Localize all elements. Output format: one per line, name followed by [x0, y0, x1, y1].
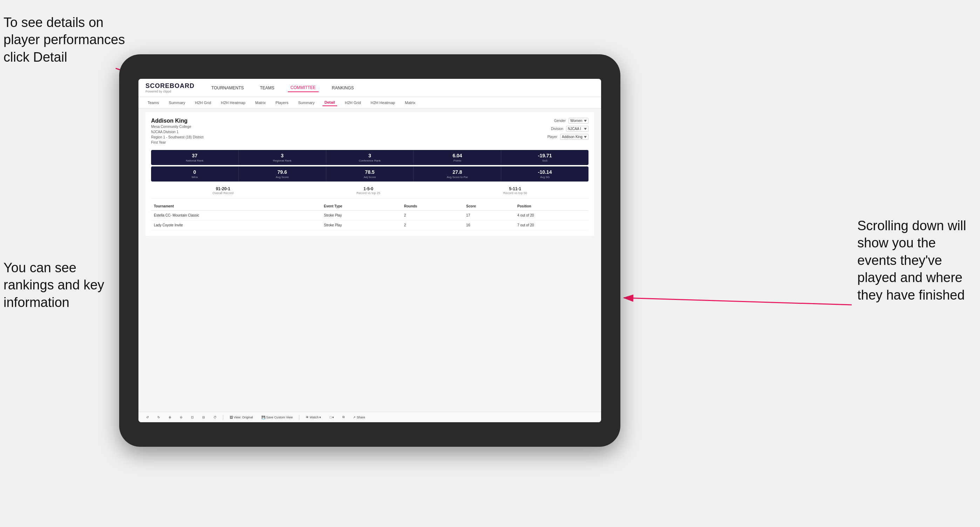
player-region: Region 1 - Southwest (18) District [151, 135, 204, 140]
filter-division-select[interactable]: NJCAA I NJCAA II [566, 126, 589, 132]
sub-nav-teams[interactable]: Teams [145, 100, 161, 106]
logo-text: SCOREBOARD [145, 83, 194, 90]
stats-row-2: 0 Wins 79.6 Avg Score 78.5 Adj Score 27.… [151, 167, 589, 181]
filter-division-row: Division NJCAA I NJCAA II [551, 126, 589, 132]
sub-nav-matrix2[interactable]: Matrix [403, 100, 417, 106]
events-table: Tournament Event Type Rounds Score Posit… [151, 202, 589, 230]
td-score-1: 17 [463, 211, 514, 221]
main-content: Addison King Mesa Community College NJCA… [138, 109, 601, 412]
th-tournament: Tournament [151, 202, 321, 211]
content-inner: Addison King Mesa Community College NJCA… [145, 112, 594, 236]
record-top50-label: Record vs top 50 [503, 191, 527, 195]
nav-tournaments[interactable]: TOURNAMENTS [208, 84, 247, 92]
table-row: Estella CC- Mountain Classic Stroke Play… [151, 211, 589, 221]
record-overall-value: 91-20-1 [212, 186, 234, 191]
stat-wins: 0 Wins [151, 167, 239, 181]
sub-nav-players[interactable]: Players [274, 100, 291, 106]
toolbar-save-custom[interactable]: 💾 Save Custom View [259, 414, 295, 420]
stat-avg-score: 79.6 Avg Score [239, 167, 326, 181]
th-event-type: Event Type [321, 202, 401, 211]
stat-avg-sg-value: -10.14 [505, 169, 585, 175]
record-top50: 5-11-1 Record vs top 50 [503, 186, 527, 195]
stat-adj-score: 78.5 Adj Score [326, 167, 414, 181]
toolbar-view-original[interactable]: 🖼 View: Original [228, 414, 255, 420]
player-year: First Year [151, 140, 204, 145]
player-header: Addison King Mesa Community College NJCA… [151, 118, 589, 145]
top-nav: SCOREBOARD Powered by clippd TOURNAMENTS… [138, 79, 601, 97]
annotation-top-left: To see details on player performances cl… [3, 14, 126, 66]
filter-gender-select[interactable]: Women Men [568, 118, 589, 124]
stat-conference-rank: 3 Conference Rank [326, 150, 414, 165]
stat-national-rank-label: National Rank [154, 159, 235, 162]
stat-avg-score-label: Avg Score [242, 176, 323, 179]
stat-avg-par-label: Avg Score to Par [417, 176, 497, 179]
sub-nav-summary2[interactable]: Summary [296, 100, 317, 106]
toolbar-zoom-out[interactable]: ⊖ [178, 414, 185, 420]
td-position-1: 4 out of 20 [514, 211, 589, 221]
toolbar-expand[interactable]: ⧉ [340, 414, 347, 420]
td-event-type-1: Stroke Play [321, 211, 401, 221]
sub-nav-summary[interactable]: Summary [167, 100, 187, 106]
stat-avg-sg: -10.14 Avg SG [501, 167, 589, 181]
record-overall: 91-20-1 Overall Record [212, 186, 234, 195]
filter-gender-row: Gender Women Men [554, 118, 589, 124]
toolbar-undo[interactable]: ↺ [144, 414, 151, 420]
bottom-toolbar: ↺ ↻ ⊕ ⊖ ⊡ ⊟ ⏱ 🖼 View: Original 💾 Save Cu… [138, 412, 601, 422]
toolbar-display[interactable]: □ ▾ [328, 414, 336, 420]
toolbar-fit[interactable]: ⊡ [189, 414, 196, 420]
sub-nav-h2h-heatmap[interactable]: H2H Heatmap [219, 100, 247, 106]
table-row: Lady Coyote Invite Stroke Play 2 16 7 ou… [151, 221, 589, 230]
stat-avg-par-value: 27.8 [417, 169, 497, 175]
stat-points-label: Points [417, 159, 497, 162]
td-position-2: 7 out of 20 [514, 221, 589, 230]
sub-nav-h2h-heatmap2[interactable]: H2H Heatmap [369, 100, 398, 106]
stat-sos-value: -19.71 [505, 153, 585, 159]
record-top25-label: Record vs top 25 [356, 191, 380, 195]
toolbar-sep-1 [223, 415, 223, 420]
th-score: Score [463, 202, 514, 211]
sub-nav-matrix[interactable]: Matrix [253, 100, 268, 106]
filter-player-row: Player Addison King [547, 134, 589, 140]
filter-player-label: Player [547, 135, 557, 139]
stats-row-1: 37 National Rank 3 Regional Rank 3 Confe… [151, 150, 589, 165]
filter-division-label: Division [551, 127, 563, 131]
record-top50-value: 5-11-1 [503, 186, 527, 191]
toolbar-timer[interactable]: ⏱ [212, 414, 219, 420]
td-rounds-2: 2 [401, 221, 463, 230]
filter-gender-label: Gender [554, 119, 566, 123]
nav-committee[interactable]: COMMITTEE [288, 84, 318, 92]
toolbar-zoom-in[interactable]: ⊕ [167, 414, 173, 420]
stat-conference-rank-value: 3 [330, 153, 410, 159]
toolbar-redo[interactable]: ↻ [155, 414, 162, 420]
svg-line-3 [624, 298, 852, 305]
stat-national-rank: 37 National Rank [151, 150, 239, 165]
stat-adj-score-label: Adj Score [330, 176, 410, 179]
annotation-right: Scrolling down will show you the events … [858, 217, 977, 304]
toolbar-sep-2 [299, 415, 299, 420]
tablet-device: SCOREBOARD Powered by clippd TOURNAMENTS… [119, 54, 620, 447]
td-score-2: 16 [463, 221, 514, 230]
nav-rankings[interactable]: RANKINGS [329, 84, 357, 92]
sub-nav-detail[interactable]: Detail [323, 99, 337, 106]
player-division: NJCAA Division 1 [151, 129, 204, 135]
stat-national-rank-value: 37 [154, 153, 235, 159]
th-rounds: Rounds [401, 202, 463, 211]
tablet-screen: SCOREBOARD Powered by clippd TOURNAMENTS… [138, 79, 601, 422]
stat-wins-label: Wins [154, 176, 235, 179]
toolbar-share[interactable]: ↗ Share [351, 414, 368, 420]
player-filters: Gender Women Men Division NJCAA I NJCAA … [547, 118, 589, 145]
toolbar-minus[interactable]: ⊟ [200, 414, 207, 420]
stat-points: 6.04 Points [414, 150, 501, 165]
stat-regional-rank-value: 3 [242, 153, 323, 159]
logo-area: SCOREBOARD Powered by clippd [145, 83, 194, 93]
nav-teams[interactable]: TEAMS [257, 84, 277, 92]
filter-player-select[interactable]: Addison King [560, 134, 589, 140]
stat-avg-sg-label: Avg SG [505, 176, 585, 179]
sub-nav-h2h-grid2[interactable]: H2H Grid [343, 100, 363, 106]
stat-sos-label: SoS [505, 159, 585, 162]
sub-nav-h2h-grid[interactable]: H2H Grid [193, 100, 213, 106]
toolbar-watch[interactable]: 👁 Watch ▾ [304, 414, 323, 420]
record-overall-label: Overall Record [212, 191, 234, 195]
record-top25: 1-5-0 Record vs top 25 [356, 186, 380, 195]
stat-avg-par: 27.8 Avg Score to Par [414, 167, 501, 181]
